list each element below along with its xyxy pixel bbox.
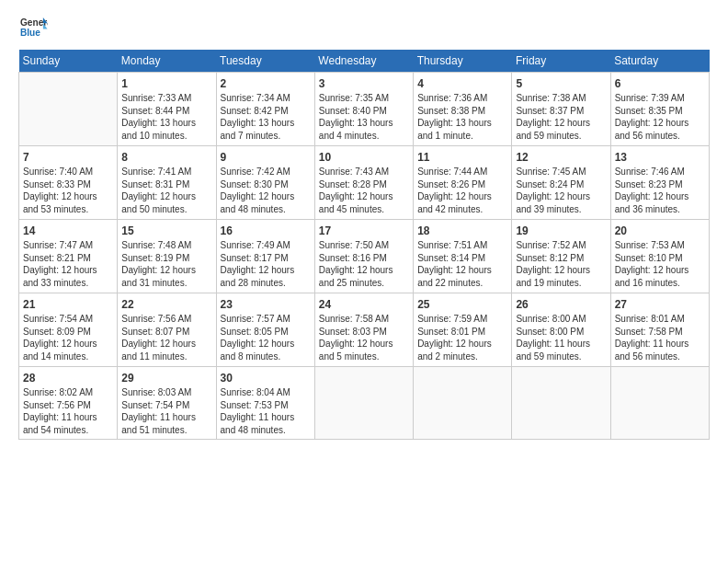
day-info: Daylight: 12 hours bbox=[417, 264, 507, 277]
day-info: Daylight: 12 hours bbox=[221, 338, 311, 350]
day-info: Sunrise: 7:51 AM bbox=[417, 239, 507, 252]
day-info: Daylight: 12 hours bbox=[319, 338, 409, 350]
week-row-1: 7Sunrise: 7:40 AMSunset: 8:33 PMDaylight… bbox=[19, 146, 710, 220]
logo: General Blue bbox=[18, 15, 51, 40]
day-info: Daylight: 13 hours bbox=[319, 117, 409, 130]
day-info: Sunrise: 7:58 AM bbox=[319, 313, 409, 326]
day-info: Sunrise: 7:47 AM bbox=[23, 239, 113, 252]
day-info: Daylight: 12 hours bbox=[615, 190, 705, 203]
day-info: Sunset: 8:09 PM bbox=[23, 326, 113, 339]
calendar-cell: 3Sunrise: 7:35 AMSunset: 8:40 PMDaylight… bbox=[314, 73, 413, 146]
day-number: 22 bbox=[121, 297, 211, 312]
day-info: Sunset: 8:26 PM bbox=[417, 178, 507, 191]
calendar-cell bbox=[19, 73, 118, 146]
day-info: Sunrise: 7:53 AM bbox=[615, 239, 705, 252]
calendar-cell: 21Sunrise: 7:54 AMSunset: 8:09 PMDayligh… bbox=[19, 293, 118, 367]
day-info: Daylight: 12 hours bbox=[417, 190, 507, 203]
day-info: and 14 minutes. bbox=[23, 350, 113, 363]
day-info: Sunset: 8:10 PM bbox=[615, 252, 705, 265]
day-info: and 48 minutes. bbox=[221, 424, 311, 437]
day-number: 23 bbox=[221, 297, 311, 312]
day-info: Daylight: 11 hours bbox=[121, 411, 211, 424]
day-number: 8 bbox=[121, 150, 211, 165]
day-info: and 59 minutes. bbox=[516, 130, 606, 143]
day-info: Daylight: 12 hours bbox=[319, 190, 409, 203]
day-info: Sunset: 8:38 PM bbox=[417, 105, 507, 118]
day-info: Sunset: 8:16 PM bbox=[319, 252, 409, 265]
day-info: and 1 minute. bbox=[417, 130, 507, 143]
day-number: 13 bbox=[615, 150, 705, 165]
week-row-3: 21Sunrise: 7:54 AMSunset: 8:09 PMDayligh… bbox=[19, 293, 710, 367]
day-info: and 48 minutes. bbox=[221, 203, 311, 216]
day-info: and 56 minutes. bbox=[615, 350, 705, 363]
day-number: 17 bbox=[319, 224, 409, 238]
day-number: 12 bbox=[516, 150, 606, 165]
day-info: and 42 minutes. bbox=[417, 203, 507, 216]
day-number: 1 bbox=[121, 76, 211, 91]
calendar-cell: 18Sunrise: 7:51 AMSunset: 8:14 PMDayligh… bbox=[414, 220, 512, 293]
weekday-header-wednesday: Wednesday bbox=[314, 50, 413, 73]
day-info: Sunset: 8:24 PM bbox=[516, 178, 606, 191]
calendar-cell: 6Sunrise: 7:39 AMSunset: 8:35 PMDaylight… bbox=[610, 73, 709, 146]
day-number: 3 bbox=[319, 76, 409, 91]
calendar-cell bbox=[610, 367, 709, 440]
calendar-table: SundayMondayTuesdayWednesdayThursdayFrid… bbox=[18, 50, 710, 440]
day-info: and 16 minutes. bbox=[615, 277, 705, 290]
day-info: Sunset: 7:56 PM bbox=[23, 399, 113, 412]
day-info: Daylight: 13 hours bbox=[121, 117, 211, 130]
day-info: Daylight: 12 hours bbox=[221, 264, 311, 277]
day-info: Sunrise: 7:34 AM bbox=[221, 92, 311, 105]
calendar-cell: 24Sunrise: 7:58 AMSunset: 8:03 PMDayligh… bbox=[314, 293, 413, 367]
day-number: 30 bbox=[221, 371, 311, 385]
day-info: Sunset: 8:19 PM bbox=[121, 252, 211, 265]
svg-text:Blue: Blue bbox=[20, 28, 40, 38]
day-info: and 33 minutes. bbox=[23, 277, 113, 290]
day-info: Daylight: 11 hours bbox=[615, 338, 705, 350]
day-info: Sunset: 8:23 PM bbox=[615, 178, 705, 191]
page-container: General Blue SundayMondayTuesdayWednesda… bbox=[0, 0, 728, 449]
day-info: Daylight: 12 hours bbox=[23, 338, 113, 350]
day-number: 24 bbox=[319, 297, 409, 312]
calendar-cell: 19Sunrise: 7:52 AMSunset: 8:12 PMDayligh… bbox=[512, 220, 610, 293]
calendar-cell: 23Sunrise: 7:57 AMSunset: 8:05 PMDayligh… bbox=[216, 293, 314, 367]
header: General Blue bbox=[18, 15, 710, 40]
day-info: Sunrise: 7:39 AM bbox=[615, 92, 705, 105]
day-info: Sunset: 8:03 PM bbox=[319, 326, 409, 339]
weekday-header-thursday: Thursday bbox=[414, 50, 512, 73]
day-info: Sunset: 7:58 PM bbox=[615, 326, 705, 339]
day-info: Daylight: 12 hours bbox=[121, 264, 211, 277]
weekday-header-monday: Monday bbox=[118, 50, 216, 73]
day-info: Daylight: 13 hours bbox=[221, 117, 311, 130]
day-info: and 50 minutes. bbox=[121, 203, 211, 216]
day-info: Sunset: 8:07 PM bbox=[121, 326, 211, 339]
calendar-cell: 15Sunrise: 7:48 AMSunset: 8:19 PMDayligh… bbox=[118, 220, 216, 293]
day-info: and 7 minutes. bbox=[221, 130, 311, 143]
day-number: 5 bbox=[516, 76, 606, 91]
day-info: and 45 minutes. bbox=[319, 203, 409, 216]
calendar-cell bbox=[314, 367, 413, 440]
day-info: Sunrise: 7:59 AM bbox=[417, 313, 507, 326]
weekday-header-sunday: Sunday bbox=[19, 50, 118, 73]
day-number: 6 bbox=[615, 76, 705, 91]
day-info: Sunset: 8:37 PM bbox=[516, 105, 606, 118]
day-info: Sunset: 8:30 PM bbox=[221, 178, 311, 191]
day-info: Sunrise: 8:04 AM bbox=[221, 386, 311, 399]
calendar-cell: 10Sunrise: 7:43 AMSunset: 8:28 PMDayligh… bbox=[314, 146, 413, 220]
week-row-0: 1Sunrise: 7:33 AMSunset: 8:44 PMDaylight… bbox=[19, 73, 710, 146]
day-info: Sunset: 8:42 PM bbox=[221, 105, 311, 118]
day-info: Daylight: 11 hours bbox=[23, 411, 113, 424]
day-info: and 31 minutes. bbox=[121, 277, 211, 290]
calendar-cell: 14Sunrise: 7:47 AMSunset: 8:21 PMDayligh… bbox=[19, 220, 118, 293]
day-info: and 22 minutes. bbox=[417, 277, 507, 290]
day-number: 27 bbox=[615, 297, 705, 312]
day-info: Daylight: 12 hours bbox=[121, 338, 211, 350]
day-info: Daylight: 12 hours bbox=[417, 338, 507, 350]
calendar-cell: 11Sunrise: 7:44 AMSunset: 8:26 PMDayligh… bbox=[414, 146, 512, 220]
calendar-cell: 27Sunrise: 8:01 AMSunset: 7:58 PMDayligh… bbox=[610, 293, 709, 367]
day-number: 15 bbox=[121, 224, 211, 238]
day-number: 25 bbox=[417, 297, 507, 312]
calendar-cell: 17Sunrise: 7:50 AMSunset: 8:16 PMDayligh… bbox=[314, 220, 413, 293]
day-info: Daylight: 12 hours bbox=[516, 190, 606, 203]
day-info: Sunset: 8:31 PM bbox=[121, 178, 211, 191]
day-info: Sunrise: 7:45 AM bbox=[516, 166, 606, 178]
